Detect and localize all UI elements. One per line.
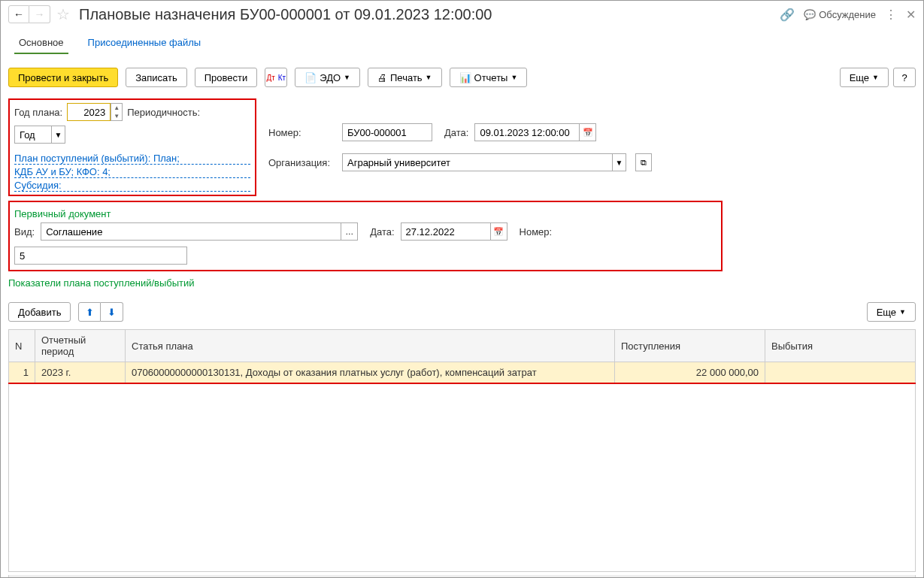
year-input[interactable] [67, 103, 111, 121]
plan-link-1[interactable]: План поступлений (выбытий): План; [14, 153, 250, 165]
number-input[interactable] [342, 123, 432, 141]
print-button[interactable]: 🖨Печать ▼ [368, 68, 442, 87]
date-label: Дата: [444, 127, 468, 138]
edo-label: ЭДО [320, 72, 341, 83]
table-more-button[interactable]: Еще ▼ [867, 302, 916, 322]
arrow-down-icon: ⬇ [108, 307, 116, 318]
add-button[interactable]: Добавить [8, 302, 71, 322]
nav-buttons: ← → [8, 5, 50, 23]
print-label: Печать [390, 72, 423, 83]
save-button[interactable]: Записать [126, 68, 187, 87]
org-input[interactable] [342, 153, 613, 171]
link-icon[interactable]: 🔗 [780, 8, 795, 22]
move-down-button[interactable]: ⬇ [101, 302, 123, 322]
reports-label: Отчеты [474, 72, 508, 83]
pd-date-input[interactable] [401, 222, 491, 241]
date-input[interactable] [474, 123, 580, 141]
toolbar: Провести и закрыть Записать Провести ДтК… [1, 62, 923, 93]
discuss-label: Обсуждение [819, 9, 876, 20]
org-label: Организация: [268, 157, 336, 168]
forward-button[interactable]: → [29, 5, 50, 23]
pd-number-input[interactable] [14, 247, 187, 265]
help-button[interactable]: ? [893, 68, 916, 87]
dtct-button[interactable]: ДтКт [265, 68, 287, 87]
year-spinner[interactable]: ▲ ▼ [111, 103, 123, 121]
org-open-button[interactable]: ⧉ [635, 153, 652, 171]
tab-main[interactable]: Основное [8, 32, 74, 54]
col-outcome[interactable]: Выбытия [765, 330, 916, 362]
tab-files[interactable]: Присоединенные файлы [77, 32, 212, 54]
indicators-title: Показатели плана поступлений/выбытий [8, 277, 916, 289]
pd-number-label: Номер: [520, 226, 553, 238]
col-item[interactable]: Статья плана [126, 330, 615, 362]
more-icon[interactable]: ⋮ [885, 8, 897, 22]
cell-n: 1 [9, 362, 35, 384]
close-icon[interactable]: ✕ [906, 8, 916, 22]
favorite-icon[interactable]: ☆ [56, 5, 70, 23]
cell-item: 07060000000000130131, Доходы от оказания… [126, 362, 615, 384]
move-up-button[interactable]: ⬆ [78, 302, 101, 322]
totals-bar: Итого поступлений: 22 000 000,00 Итого в… [8, 575, 916, 578]
chart-icon: 📊 [459, 72, 471, 83]
pd-date-calendar[interactable]: 📅 [491, 222, 507, 241]
period-input[interactable] [14, 126, 52, 144]
primary-doc-title: Первичный документ [14, 208, 716, 219]
speech-icon: 💬 [804, 9, 816, 20]
back-button[interactable]: ← [8, 5, 29, 23]
indicators-table: N Отчетный период Статья плана Поступлен… [8, 329, 916, 384]
submit-button[interactable]: Провести [195, 68, 258, 87]
tabs: Основное Присоединенные файлы [1, 32, 923, 54]
cell-outcome [765, 362, 916, 384]
table-empty-area [8, 384, 916, 572]
date-calendar-button[interactable]: 📅 [580, 123, 596, 141]
col-period[interactable]: Отчетный период [35, 330, 126, 362]
page-title: Плановые назначения БУ00-000001 от 09.01… [79, 6, 492, 23]
year-down[interactable]: ▼ [111, 112, 122, 120]
doc-icon: 📄 [304, 72, 317, 83]
cell-income: 22 000 000,00 [615, 362, 765, 384]
pd-type-select[interactable]: … [341, 222, 358, 241]
number-label: Номер: [268, 127, 336, 138]
period-label: Периодичность: [127, 107, 200, 118]
submit-close-button[interactable]: Провести и закрыть [8, 68, 118, 87]
reports-button[interactable]: 📊Отчеты ▼ [450, 68, 528, 87]
pd-date-label: Дата: [370, 226, 394, 238]
plan-link-3[interactable]: Субсидия: [14, 180, 250, 192]
more-button[interactable]: Еще ▼ [840, 68, 889, 87]
printer-icon: 🖨 [377, 72, 387, 83]
period-dropdown[interactable]: ▼ [52, 126, 65, 144]
year-up[interactable]: ▲ [111, 104, 122, 112]
edo-button[interactable]: 📄ЭДО ▼ [295, 68, 360, 87]
pd-type-input[interactable] [41, 222, 341, 241]
year-label: Год плана: [14, 107, 62, 118]
header: ← → ☆ Плановые назначения БУ00-000001 от… [1, 1, 923, 28]
pd-type-label: Вид: [14, 226, 35, 238]
discuss-button[interactable]: 💬 Обсуждение [804, 9, 876, 20]
table-more-label: Еще [877, 307, 896, 318]
arrow-up-icon: ⬆ [86, 307, 94, 318]
cell-period: 2023 г. [35, 362, 126, 384]
table-header-row: N Отчетный период Статья плана Поступлен… [9, 330, 916, 362]
col-income[interactable]: Поступления [615, 330, 765, 362]
plan-link-2[interactable]: КДБ АУ и БУ; КФО: 4; [14, 166, 250, 178]
table-row[interactable]: 1 2023 г. 07060000000000130131, Доходы о… [9, 362, 916, 384]
col-n[interactable]: N [9, 330, 35, 362]
org-dropdown[interactable]: ▼ [613, 153, 626, 171]
more-label: Еще [850, 72, 869, 83]
